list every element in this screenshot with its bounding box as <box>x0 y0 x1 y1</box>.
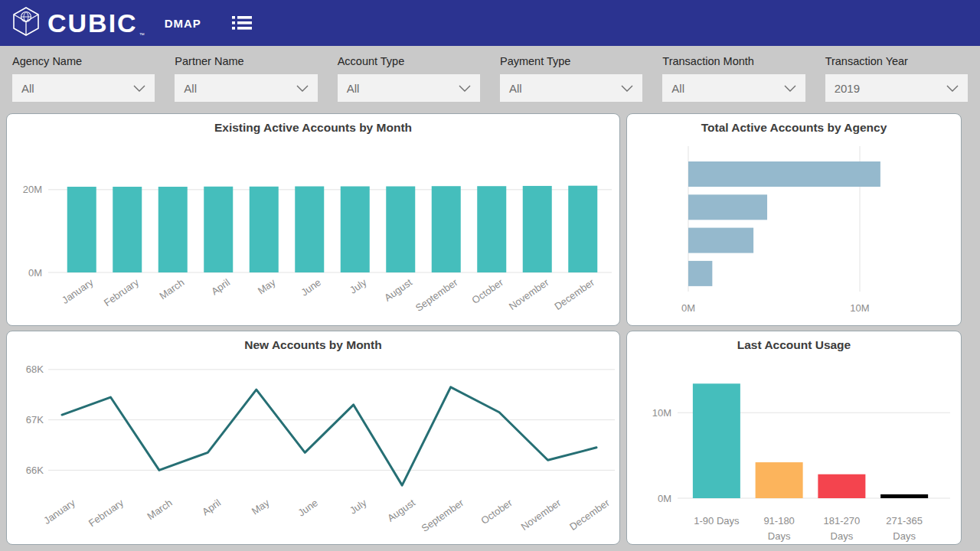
filter-transaction-month: Transaction Month All <box>662 55 805 113</box>
bar-August[interactable] <box>386 186 415 272</box>
bar-0[interactable] <box>688 161 880 187</box>
bar-1[interactable] <box>688 194 767 220</box>
partner-name-dropdown[interactable]: All <box>175 74 317 102</box>
bar-181-270 Days[interactable] <box>818 474 865 498</box>
chevron-down-icon <box>133 81 145 95</box>
app-name: DMAP <box>165 17 201 30</box>
x-category-label: February <box>87 497 126 529</box>
bar-91-180 Days[interactable] <box>756 462 803 498</box>
x-tick-label: 0M <box>681 302 695 314</box>
x-category-label: November <box>507 276 551 312</box>
bar-January[interactable] <box>67 187 96 272</box>
y-tick-label: 10M <box>652 407 671 419</box>
chevron-down-icon <box>784 81 796 95</box>
last-account-usage-chart[interactable]: 0M10M1-90 Days91-180Days181-270Days271-3… <box>627 331 961 544</box>
x-category-label: January <box>41 497 77 527</box>
dropdown-value: All <box>21 82 34 95</box>
filter-label: Partner Name <box>175 55 317 67</box>
bar-271-365 Days[interactable] <box>880 494 928 498</box>
y-tick-label: 66K <box>26 465 44 476</box>
filter-transaction-year: Transaction Year 2019 <box>825 55 968 113</box>
x-category-label: 271-365Days <box>886 515 923 542</box>
bar-1-90 Days[interactable] <box>693 383 740 498</box>
filter-label: Payment Type <box>500 55 642 67</box>
x-category-label: 181-270Days <box>824 515 861 542</box>
filter-account-type: Account Type All <box>338 55 480 113</box>
x-category-label: April <box>200 497 223 517</box>
x-category-label: December <box>567 497 612 533</box>
bar-2[interactable] <box>688 228 753 253</box>
x-category-label: May <box>256 276 278 297</box>
x-category-label: September <box>420 497 466 534</box>
y-tick-label: 0M <box>28 267 42 279</box>
bar-February[interactable] <box>113 187 142 272</box>
x-category-label: 91-180Days <box>763 515 794 542</box>
x-category-label: December <box>552 276 596 312</box>
filter-label: Agency Name <box>12 55 155 67</box>
chevron-down-icon <box>459 81 471 95</box>
brand-name: CUBIC <box>47 10 138 36</box>
filter-label: Transaction Year <box>825 55 968 67</box>
brand-trademark: ™ <box>139 32 145 37</box>
bar-October[interactable] <box>477 186 506 272</box>
transaction-year-dropdown[interactable]: 2019 <box>825 74 968 102</box>
dropdown-value: All <box>184 82 197 95</box>
bar-April[interactable] <box>204 187 233 272</box>
filter-label: Transaction Month <box>662 55 805 67</box>
dropdown-value: All <box>347 82 360 95</box>
payment-type-dropdown[interactable]: All <box>500 74 642 102</box>
logo: CUBIC ™ <box>11 6 145 40</box>
chevron-down-icon <box>946 81 959 95</box>
panel-total-active-accounts-by-agency: Total Active Accounts by Agency 0M10M <box>626 113 962 326</box>
y-tick-label: 68K <box>26 364 44 375</box>
app-header: CUBIC ™ DMAP <box>0 0 980 46</box>
bar-July[interactable] <box>341 186 370 272</box>
list-menu-icon[interactable] <box>232 15 252 31</box>
dropdown-value: 2019 <box>835 82 860 95</box>
bar-December[interactable] <box>568 186 597 272</box>
x-category-label: 1-90 Days <box>694 515 740 527</box>
bar-May[interactable] <box>250 187 279 272</box>
panel-last-account-usage: Last Account Usage 0M10M1-90 Days91-180D… <box>626 331 962 545</box>
bar-3[interactable] <box>688 261 712 286</box>
bar-September[interactable] <box>432 186 461 272</box>
cube-logo-icon <box>11 6 41 40</box>
panel-existing-active-accounts-by-month: Existing Active Accounts by Month 0M20MJ… <box>6 113 620 326</box>
x-category-label: January <box>60 276 96 306</box>
filter-bar: Agency Name All Partner Name All Account… <box>0 46 980 113</box>
filter-partner-name: Partner Name All <box>175 55 317 113</box>
chevron-down-icon <box>621 81 633 95</box>
transaction-month-dropdown[interactable]: All <box>662 74 805 102</box>
x-category-label: February <box>102 276 142 308</box>
x-category-label: May <box>250 497 272 517</box>
x-category-label: July <box>348 276 369 296</box>
dropdown-value: All <box>509 82 522 95</box>
x-category-label: August <box>385 497 417 524</box>
bar-November[interactable] <box>523 186 552 272</box>
x-category-label: September <box>413 276 460 314</box>
x-category-label: November <box>519 497 564 533</box>
agency-name-dropdown[interactable]: All <box>12 74 155 102</box>
y-tick-label: 0M <box>658 493 671 504</box>
dropdown-value: All <box>671 82 684 95</box>
x-category-label: October <box>479 497 514 527</box>
bar-March[interactable] <box>158 187 188 272</box>
x-tick-label: 10M <box>850 302 869 314</box>
y-tick-label: 20M <box>23 184 42 195</box>
new-accounts-by-month-chart[interactable]: 66K67K68KJanuaryFebruaryMarchAprilMayJun… <box>7 331 619 544</box>
existing-active-accounts-chart[interactable]: 0M20MJanuaryFebruaryMarchAprilMayJuneJul… <box>7 114 619 325</box>
x-category-label: April <box>209 276 232 297</box>
x-category-label: August <box>382 276 414 304</box>
bar-June[interactable] <box>295 186 324 272</box>
filter-payment-type: Payment Type All <box>500 55 642 113</box>
panel-new-accounts-by-month: New Accounts by Month 66K67K68KJanuaryFe… <box>6 331 620 545</box>
dashboard: CUBIC ™ DMAP Agency Name All Partner Nam… <box>0 0 980 551</box>
chevron-down-icon <box>296 81 309 95</box>
y-tick-label: 67K <box>26 414 44 425</box>
total-active-accounts-by-agency-chart[interactable]: 0M10M <box>627 114 961 325</box>
filter-agency-name: Agency Name All <box>12 55 155 113</box>
x-category-label: March <box>157 276 186 302</box>
x-category-label: March <box>145 497 174 522</box>
x-category-label: July <box>348 497 369 517</box>
account-type-dropdown[interactable]: All <box>338 74 480 102</box>
